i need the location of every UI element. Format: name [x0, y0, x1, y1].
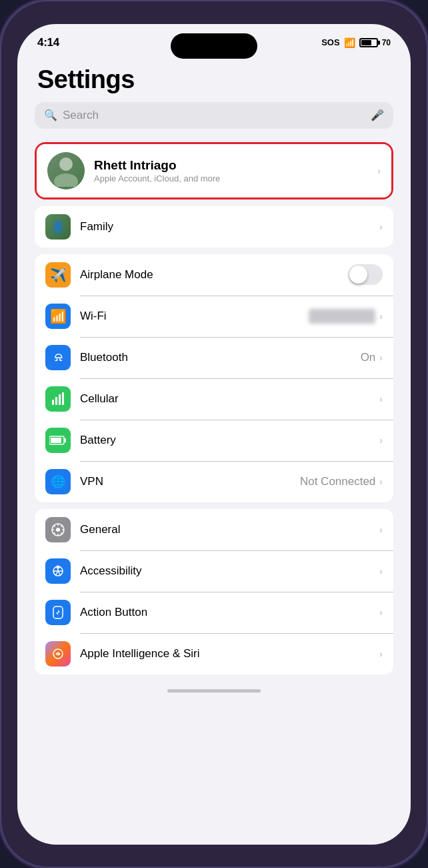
general-label: General [80, 523, 379, 536]
wifi-row[interactable]: 📶 Wi-Fi › [35, 296, 393, 337]
bluetooth-icon: ⍾ [45, 345, 71, 370]
avatar [47, 152, 85, 189]
svg-rect-7 [64, 438, 66, 442]
search-bar[interactable]: 🔍 Search 🎤 [35, 102, 393, 129]
vpn-right: Not Connected › [300, 475, 383, 488]
apple-intelligence-row[interactable]: Apple Intelligence & Siri › [35, 633, 393, 675]
search-placeholder: Search [63, 109, 365, 122]
cellular-row[interactable]: Cellular › [35, 378, 393, 420]
apple-intelligence-content: Apple Intelligence & Siri [80, 647, 379, 661]
chevron-icon: › [377, 165, 381, 176]
profile-section[interactable]: Rhett Intriago Apple Account, iCloud, an… [35, 142, 393, 199]
chevron-icon: › [379, 394, 383, 404]
battery-right: › [379, 435, 383, 446]
accessibility-row[interactable]: Accessibility › [35, 550, 393, 592]
battery-row[interactable]: Battery › [35, 420, 393, 461]
profile-row[interactable]: Rhett Intriago Apple Account, iCloud, an… [37, 144, 391, 197]
vpn-icon: 🌐 [45, 469, 71, 494]
wifi-icon: 📶 [45, 304, 71, 329]
cellular-icon [45, 386, 71, 412]
chevron-icon: › [379, 648, 383, 659]
svg-rect-2 [52, 400, 54, 405]
airplane-mode-label: Airplane Mode [80, 268, 348, 282]
action-button-label: Action Button [80, 606, 379, 619]
family-content: Family [80, 220, 379, 234]
svg-point-1 [54, 173, 78, 187]
connectivity-section: ✈️ Airplane Mode 📶 Wi-Fi [35, 254, 393, 502]
profile-content: Rhett Intriago Apple Account, iCloud, an… [94, 158, 377, 183]
chevron-icon: › [379, 607, 383, 618]
apple-intelligence-icon [45, 641, 71, 667]
general-content: General [80, 523, 379, 536]
action-button-row[interactable]: Action Button › [35, 592, 393, 633]
accessibility-icon-wrap [45, 558, 71, 584]
vpn-content: VPN [80, 475, 300, 488]
svg-rect-3 [55, 397, 57, 405]
general-row[interactable]: General › [35, 509, 393, 550]
svg-rect-5 [62, 392, 64, 405]
battery-fill [361, 40, 371, 45]
battery-label: Battery [80, 434, 379, 447]
chevron-icon: › [379, 222, 383, 232]
chevron-icon: › [379, 524, 383, 535]
vpn-label: VPN [80, 475, 300, 488]
svg-point-0 [59, 157, 73, 171]
action-button-right: › [379, 607, 383, 618]
page-title: Settings [31, 55, 397, 102]
status-time: 4:14 [37, 36, 59, 49]
vpn-value: Not Connected [300, 475, 375, 488]
chevron-icon: › [379, 476, 383, 487]
bluetooth-row[interactable]: ⍾ Bluetooth On › [35, 337, 393, 378]
svg-point-10 [56, 528, 60, 532]
search-icon: 🔍 [44, 109, 57, 121]
family-chevron: › [379, 222, 383, 232]
airplane-mode-content: Airplane Mode [80, 268, 348, 282]
battery-percent: 70 [382, 38, 391, 47]
cellular-label: Cellular [80, 392, 379, 406]
phone-screen: 4:14 SOS 📶 70 Settings 🔍 Search 🎤 [17, 24, 411, 845]
action-button-icon-wrap [45, 600, 71, 625]
accessibility-content: Accessibility [80, 564, 379, 578]
chevron-icon: › [379, 566, 383, 576]
profile-name: Rhett Intriago [94, 158, 377, 173]
vpn-row[interactable]: 🌐 VPN Not Connected › [35, 461, 393, 502]
bluetooth-value: On [361, 351, 376, 364]
general-icon [45, 517, 71, 542]
bluetooth-content: Bluetooth [80, 351, 361, 364]
airplane-mode-icon: ✈️ [45, 262, 71, 288]
status-sos: SOS [321, 37, 339, 47]
profile-chevron: › [377, 165, 381, 176]
airplane-mode-row[interactable]: ✈️ Airplane Mode [35, 254, 393, 296]
bluetooth-right: On › [361, 351, 383, 364]
svg-line-18 [61, 525, 62, 526]
wifi-label: Wi-Fi [80, 310, 309, 323]
toggle-knob [349, 266, 367, 284]
accessibility-label: Accessibility [80, 564, 379, 578]
family-label: Family [80, 220, 379, 234]
svg-line-17 [54, 532, 55, 534]
accessibility-right: › [379, 566, 383, 576]
dynamic-island [171, 33, 257, 59]
family-icon: 👤 [45, 214, 71, 240]
battery-content: Battery [80, 434, 379, 447]
wifi-content: Wi-Fi [80, 310, 309, 323]
chevron-icon: › [379, 311, 383, 322]
chevron-icon: › [379, 352, 383, 363]
general-right: › [379, 524, 383, 535]
family-row[interactable]: 👤 Family › [35, 206, 393, 248]
wifi-value [309, 309, 375, 324]
apple-intelligence-label: Apple Intelligence & Siri [80, 647, 379, 661]
screen-content: Settings 🔍 Search 🎤 [17, 55, 411, 681]
profile-subtitle: Apple Account, iCloud, and more [94, 173, 377, 183]
wifi-right: › [309, 309, 383, 324]
airplane-mode-toggle[interactable] [348, 264, 383, 285]
svg-rect-4 [59, 394, 61, 405]
status-right: SOS 📶 70 [321, 37, 391, 48]
general-section: General › [35, 509, 393, 675]
cellular-content: Cellular [80, 392, 379, 406]
bluetooth-label: Bluetooth [80, 351, 361, 364]
apple-intelligence-right: › [379, 648, 383, 659]
svg-line-16 [61, 532, 62, 534]
phone-frame: 4:14 SOS 📶 70 Settings 🔍 Search 🎤 [0, 0, 428, 868]
family-section[interactable]: 👤 Family › [35, 206, 393, 248]
